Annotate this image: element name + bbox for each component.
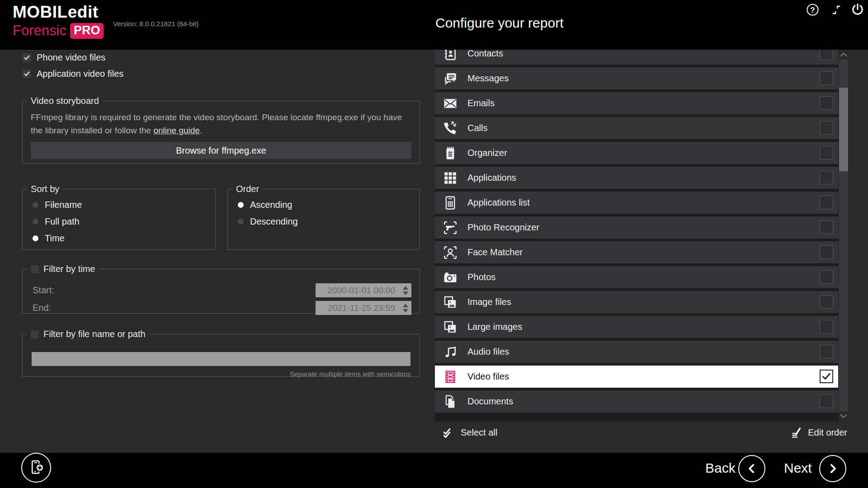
- report-item-label: Photos: [467, 272, 495, 282]
- next-button[interactable]: [819, 455, 846, 482]
- report-item-checkbox[interactable]: [820, 71, 833, 85]
- report-item-checkbox[interactable]: [820, 245, 833, 259]
- report-item-label: Applications list: [467, 197, 530, 208]
- radio-label: Ascending: [250, 200, 292, 210]
- report-item-row[interactable]: Messages: [435, 67, 838, 89]
- scrollbar-thumb[interactable]: [839, 88, 848, 171]
- report-item-checkbox[interactable]: [820, 345, 833, 358]
- radio-option[interactable]: Full path: [33, 216, 215, 227]
- logo-forensic-text: Forensic: [13, 23, 66, 39]
- radio-label: Full path: [45, 216, 80, 227]
- report-item-checkbox[interactable]: [820, 146, 833, 160]
- report-item-checkbox[interactable]: [820, 295, 833, 309]
- help-icon[interactable]: ?: [806, 3, 819, 16]
- checkbox-row[interactable]: Phone video files: [23, 52, 123, 63]
- report-item-checkbox[interactable]: [820, 370, 833, 383]
- radio-label: Filename: [45, 200, 82, 210]
- organizer-icon: [443, 145, 458, 161]
- report-item-row[interactable]: Image files: [435, 291, 838, 313]
- report-item-row[interactable]: Photo Recognizer: [435, 216, 838, 239]
- report-item-checkbox[interactable]: [820, 221, 833, 234]
- order-legend: Order: [233, 184, 262, 194]
- radio-label: Descending: [250, 216, 298, 227]
- order-options: AscendingDescending: [228, 200, 419, 227]
- photo-recognizer-icon: [443, 220, 458, 235]
- report-item-row[interactable]: Large images: [435, 316, 838, 338]
- report-item-row[interactable]: Organizer: [435, 142, 838, 164]
- report-item-checkbox[interactable]: [820, 121, 833, 135]
- radio-option[interactable]: Ascending: [238, 200, 419, 210]
- report-item-row[interactable]: Emails: [435, 92, 838, 114]
- left-checkbox-list: Phone video filesApplication video files: [23, 52, 123, 85]
- audio-files-icon: [443, 344, 458, 360]
- filter-by-name-checkbox[interactable]: [31, 330, 39, 338]
- sort-by-group: Sort by FilenameFull pathTime: [22, 184, 216, 250]
- footer-bar: [0, 453, 868, 488]
- app-logo: MOBILedit: [13, 3, 98, 22]
- report-item-label: Organizer: [467, 148, 507, 158]
- report-item-checkbox[interactable]: [820, 171, 833, 184]
- report-item-row[interactable]: Applications: [435, 167, 838, 189]
- online-guide-link[interactable]: online guide: [153, 126, 199, 135]
- chevron-right-icon: [826, 462, 840, 475]
- report-item-label: Face Matcher: [467, 247, 523, 258]
- back-button[interactable]: [738, 455, 765, 482]
- add-phone-button[interactable]: [21, 453, 51, 483]
- start-datetime-field[interactable]: 2000-01-01 00:00: [316, 283, 411, 297]
- radio-option[interactable]: Filename: [33, 200, 215, 210]
- select-all-button[interactable]: Select all: [442, 427, 497, 439]
- applications-list-icon: [443, 195, 458, 211]
- report-item-row[interactable]: Audio files: [435, 341, 838, 363]
- filter-name-input[interactable]: [32, 352, 410, 366]
- scrollbar-track[interactable]: [839, 60, 848, 411]
- chevron-up-icon[interactable]: [840, 52, 848, 58]
- radio-button[interactable]: [33, 202, 38, 208]
- report-item-checkbox[interactable]: [820, 196, 833, 209]
- back-button-label[interactable]: Back: [705, 460, 736, 476]
- checkbox[interactable]: [23, 70, 31, 78]
- report-item-label: Video files: [467, 371, 509, 382]
- filter-by-name-group: Filter by file name or path Separate mul…: [22, 329, 420, 377]
- report-item-checkbox[interactable]: [820, 96, 833, 110]
- header-bar: MOBILedit Forensic PRO Version: 8.0.0.21…: [0, 0, 868, 50]
- video-files-icon: [443, 369, 458, 385]
- report-item-row[interactable]: Documents: [435, 390, 838, 413]
- end-datetime-field[interactable]: 2021-11-25 23:59: [316, 301, 411, 315]
- browse-ffmpeg-button[interactable]: Browse for ffmpeg.exe: [31, 142, 411, 159]
- edit-order-icon: [790, 427, 802, 438]
- next-button-label[interactable]: Next: [784, 460, 812, 476]
- report-item-row[interactable]: Calls: [435, 117, 838, 139]
- select-all-icon: [442, 427, 454, 439]
- resize-window-icon[interactable]: [831, 5, 842, 15]
- list-scrollbar[interactable]: [839, 51, 848, 420]
- report-item-label: Calls: [467, 123, 487, 133]
- report-item-row[interactable]: Video files: [435, 366, 838, 388]
- power-icon[interactable]: [851, 3, 864, 16]
- report-item-row[interactable]: Face Matcher: [435, 241, 838, 263]
- radio-option[interactable]: Descending: [238, 216, 419, 227]
- report-item-row[interactable]: Applications list: [435, 192, 838, 214]
- radio-option[interactable]: Time: [33, 233, 215, 244]
- report-item-checkbox[interactable]: [820, 320, 833, 333]
- add-phone-icon: [27, 459, 45, 477]
- radio-button[interactable]: [238, 202, 244, 208]
- filter-by-time-checkbox[interactable]: [31, 265, 39, 273]
- checkbox[interactable]: [23, 53, 31, 62]
- report-item-label: Image files: [467, 297, 511, 307]
- checkbox-row[interactable]: Application video files: [23, 69, 123, 79]
- chevron-down-icon[interactable]: [840, 413, 848, 419]
- start-datetime-stepper[interactable]: [403, 283, 408, 297]
- radio-button[interactable]: [238, 219, 244, 225]
- report-item-checkbox[interactable]: [820, 270, 833, 284]
- report-item-checkbox[interactable]: [820, 50, 833, 60]
- checkbox-label: Application video files: [37, 69, 123, 79]
- messages-icon: [443, 71, 458, 86]
- report-item-checkbox[interactable]: [820, 394, 833, 408]
- end-datetime-stepper[interactable]: [403, 301, 408, 315]
- radio-button[interactable]: [33, 219, 38, 225]
- radio-button[interactable]: [33, 235, 38, 241]
- edit-order-button[interactable]: Edit order: [790, 427, 847, 438]
- page-title: Configure your report: [435, 15, 563, 31]
- report-item-row[interactable]: Photos: [435, 266, 838, 288]
- report-item-row[interactable]: Contacts: [435, 50, 838, 65]
